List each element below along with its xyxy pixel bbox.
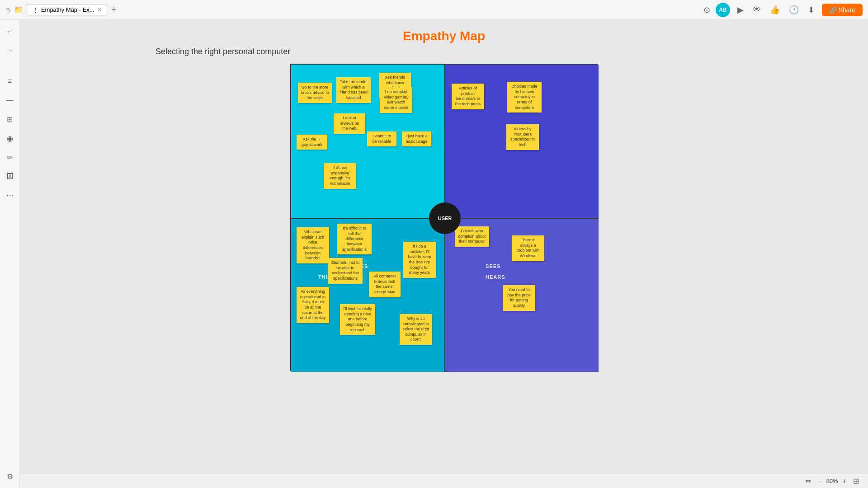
note-asia[interactable]: As everything is produced in Asia, it mu… [297,287,329,323]
user-circle: USER [429,202,461,234]
sidebar-icon-line[interactable]: — [2,92,18,108]
note-choices[interactable]: Choices made by his own company in terms… [507,82,542,113]
share-button[interactable]: 🔗 Share [822,4,863,16]
tab-close-icon[interactable]: ✕ [97,6,102,13]
folder-icon[interactable]: 📁 [14,5,23,14]
zoom-out-button[interactable]: − [816,476,823,486]
note-pay-price[interactable]: You need to pay the price for getting qu… [503,285,535,311]
sidebar-icon-dots[interactable]: ⋯ [2,187,18,203]
page-subtitle: Selecting the right personal computer [29,47,290,56]
note-take-model[interactable]: Take the model with which a friend has b… [336,77,371,103]
sidebar-icon-grid[interactable]: ⊞ [2,111,18,127]
note-articles[interactable]: Articles of product benchmark in the tec… [452,84,484,109]
tab-label: Empathy Map - Ex... [41,6,94,13]
capture-icon[interactable]: ⊙ [703,5,710,15]
user-avatar: AB [716,3,730,17]
sidebar-icon-image[interactable]: 🖼 [2,168,18,184]
bottom-bar: ⇔ − 80% + ⊞ [20,474,868,488]
note-basic-usage[interactable]: I just have a basic usage [402,131,431,146]
clock-icon[interactable]: 🕐 [787,3,801,17]
note-complicated[interactable]: Why is so complicated to select the righ… [400,314,432,345]
note-all-same[interactable]: All computer brands look the same, excep… [369,272,401,297]
note-go-to-store[interactable]: Go to the store to ask advice to the sel… [298,83,332,103]
zoom-in-button[interactable]: + [841,476,849,486]
top-bar-right: ⊙ AB ▶ 👁 👍 🕐 ⬇ 🔗 Share [703,3,863,17]
zoom-level: 80% [826,478,838,484]
share-label: Share [839,6,855,14]
home-icon[interactable]: ⌂ [5,5,10,14]
note-not-expansive[interactable]: If it's not expansive enough, it's not r… [324,163,356,189]
note-wait[interactable]: I'll wait for really needing a new one b… [340,304,375,335]
page-title: Empathy Map [29,29,859,43]
fit-icon[interactable]: ⇔ [803,476,813,486]
download-icon[interactable]: ⬇ [806,3,816,17]
sidebar-icon-settings[interactable]: ⚙ [2,468,18,484]
active-tab[interactable]: ⋮ Empathy Map - Ex... ✕ [27,4,108,15]
note-price-diff[interactable]: What can explain such price differences … [297,227,329,263]
note-ask-it-guy[interactable]: Ask the IT guy at work [297,135,327,150]
note-want-reliable[interactable]: I want it to be reliable [367,131,396,146]
sidebar-icon-back[interactable]: ← [2,23,18,40]
new-tab-button[interactable]: + [112,5,117,14]
tab-icon: ⋮ [33,6,38,13]
sidebar-icon-circle[interactable]: ◉ [2,130,18,146]
note-friends-complain[interactable]: Friends who complain about their compute… [455,226,489,247]
like-icon[interactable]: 👍 [768,3,782,17]
sidebar-icon-forward[interactable]: → [2,42,18,59]
note-difficult[interactable]: It's difficult to tell the difference be… [337,224,372,254]
note-mistake[interactable]: If I do a mistake, I'll have to keep the… [403,242,436,278]
note-shameful[interactable]: Shameful not to be able to understand th… [328,258,363,284]
note-videos[interactable]: Videos by Youtubers specialized in tech [506,124,539,150]
sidebar-icon-pen[interactable]: ✏ [2,149,18,165]
zoom-controls: ⇔ − 80% + ⊞ [803,476,861,486]
link-icon: 🔗 [829,6,837,14]
label-hears: HEARS [486,274,505,280]
empathy-map: SAYS & DOES SEES THINK & FEELS HEARS USE… [290,64,598,371]
note-windows-problem[interactable]: There is always a problem with Windows [512,235,544,261]
sidebar: ← → ≡ — ⊞ ◉ ✏ 🖼 ⋯ ⚙ [0,20,20,488]
main-canvas: Empathy Map Selecting the right personal… [20,20,868,488]
top-bar: ⌂ 📁 ⋮ Empathy Map - Ex... ✕ + ⊙ AB ▶ 👁 👍… [0,0,868,20]
play-icon[interactable]: ▶ [736,3,745,17]
label-sees: SEES [486,263,500,269]
note-no-games[interactable]: I do not play video games, just watch so… [380,87,412,113]
sidebar-icon-lines[interactable]: ≡ [2,73,18,89]
eye-icon[interactable]: 👁 [751,3,763,16]
top-bar-left: ⌂ 📁 ⋮ Empathy Map - Ex... ✕ + [5,4,700,15]
note-look-reviews[interactable]: Look at reviews on the web [334,113,365,134]
fullscreen-icon[interactable]: ⊞ [851,476,861,486]
